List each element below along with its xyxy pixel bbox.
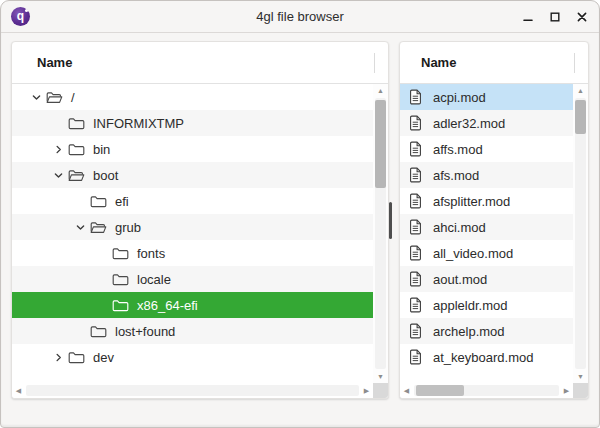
folder-open-icon (90, 221, 107, 234)
file-document-icon (409, 219, 423, 235)
close-icon[interactable] (574, 9, 589, 24)
app-logo-icon: q (11, 7, 30, 26)
chevron-spacer (92, 247, 112, 259)
directory-tree-panel: Name / INFORMIXTMP (11, 41, 389, 399)
list-hscroll-track[interactable] (414, 385, 559, 396)
file-row[interactable]: archelp.mod (400, 318, 573, 344)
scroll-up-icon[interactable]: ▲ (577, 84, 584, 97)
window-title: 4gl file browser (1, 9, 599, 24)
tree-row-label: grub (115, 220, 141, 235)
scroll-left-icon[interactable]: ◀ (400, 384, 413, 397)
folder-open-icon (46, 91, 63, 104)
file-list-panel: Name acpi.mod adler32.mod affs.mod (399, 41, 589, 399)
maximize-icon[interactable] (547, 9, 562, 24)
file-row-label: adler32.mod (433, 116, 505, 131)
tree-row-fonts[interactable]: fonts (12, 240, 373, 266)
list-vertical-scrollbar[interactable]: ▲ ▼ (573, 84, 588, 383)
tree-row-locale[interactable]: locale (12, 266, 373, 292)
scroll-right-icon[interactable]: ▶ (360, 384, 373, 397)
file-row[interactable]: ahci.mod (400, 214, 573, 240)
folder-closed-icon (112, 273, 129, 286)
file-rows: acpi.mod adler32.mod affs.mod afs.mod (400, 84, 573, 383)
scroll-down-icon[interactable]: ▼ (377, 370, 384, 383)
titlebar: q 4gl file browser (1, 1, 599, 33)
tree-row-lost-found[interactable]: lost+found (12, 318, 373, 344)
file-row-selected[interactable]: acpi.mod (400, 84, 573, 110)
tree-hscroll-track[interactable] (26, 385, 359, 396)
file-document-icon (409, 115, 423, 131)
file-row[interactable]: affs.mod (400, 136, 573, 162)
file-document-icon (409, 323, 423, 339)
chevron-spacer (48, 117, 68, 129)
file-document-icon (409, 245, 423, 261)
tree-vscroll-thumb[interactable] (375, 100, 386, 188)
tree-vscroll-track[interactable] (375, 98, 386, 369)
file-row-label: affs.mod (433, 142, 483, 157)
list-column-header[interactable]: Name (400, 42, 588, 84)
chevron-spacer (70, 195, 90, 207)
chevron-spacer (92, 273, 112, 285)
list-hscroll-thumb[interactable] (416, 385, 464, 396)
list-horizontal-scrollbar[interactable]: ◀ ▶ (400, 383, 588, 398)
tree-row-x86-64-efi-selected[interactable]: x86_64-efi (12, 292, 373, 318)
file-row[interactable]: afs.mod (400, 162, 573, 188)
tree-row-label: fonts (137, 246, 165, 261)
tree-vertical-scrollbar[interactable]: ▲ ▼ (373, 84, 388, 383)
tree-row-boot[interactable]: boot (12, 162, 373, 188)
content-area: Name / INFORMIXTMP (1, 34, 599, 427)
list-vscroll-track[interactable] (575, 98, 586, 369)
list-column-header-label: Name (421, 55, 456, 70)
scroll-right-icon[interactable]: ▶ (560, 384, 573, 397)
tree-row-root[interactable]: / (12, 84, 373, 110)
scroll-up-icon[interactable]: ▲ (377, 84, 384, 97)
column-divider (574, 53, 575, 73)
chevron-right-icon[interactable] (48, 351, 68, 363)
file-document-icon (409, 193, 423, 209)
tree-row-grub[interactable]: grub (12, 214, 373, 240)
chevron-spacer (70, 325, 90, 337)
file-row[interactable]: aout.mod (400, 266, 573, 292)
tree-row-informixtmp[interactable]: INFORMIXTMP (12, 110, 373, 136)
scroll-left-icon[interactable]: ◀ (12, 384, 25, 397)
file-row-label: archelp.mod (433, 324, 505, 339)
minimize-icon[interactable] (520, 9, 535, 24)
file-document-icon (409, 167, 423, 183)
tree-rows: / INFORMIXTMP bin bo (12, 84, 373, 383)
chevron-down-icon[interactable] (26, 91, 46, 103)
file-document-icon (409, 141, 423, 157)
chevron-down-icon[interactable] (70, 221, 90, 233)
file-row[interactable]: all_video.mod (400, 240, 573, 266)
scroll-down-icon[interactable]: ▼ (577, 370, 584, 383)
folder-closed-icon (68, 143, 85, 156)
file-row-label: appleldr.mod (433, 298, 507, 313)
tree-row-efi[interactable]: efi (12, 188, 373, 214)
file-row-label: at_keyboard.mod (433, 350, 533, 365)
tree-row-dev[interactable]: dev (12, 344, 373, 370)
tree-row-label: bin (93, 142, 110, 157)
chevron-right-icon[interactable] (48, 143, 68, 155)
file-row-label: all_video.mod (433, 246, 513, 261)
chevron-down-icon[interactable] (48, 169, 68, 181)
folder-closed-icon (90, 325, 107, 338)
app-logo-dot (25, 9, 28, 12)
scrollbar-corner (373, 383, 388, 398)
tree-column-header[interactable]: Name (12, 42, 388, 84)
folder-closed-icon (68, 117, 85, 130)
file-row[interactable]: appleldr.mod (400, 292, 573, 318)
file-row-label: acpi.mod (433, 90, 486, 105)
file-document-icon (409, 349, 423, 365)
tree-row-label: dev (93, 350, 114, 365)
folder-open-icon (68, 169, 85, 182)
file-row[interactable]: afsplitter.mod (400, 188, 573, 214)
tree-row-label: lost+found (115, 324, 175, 339)
tree-row-bin[interactable]: bin (12, 136, 373, 162)
tree-horizontal-scrollbar[interactable]: ◀ ▶ (12, 383, 388, 398)
list-vscroll-thumb[interactable] (575, 100, 586, 134)
tree-row-label: boot (93, 168, 118, 183)
tree-row-label: locale (137, 272, 171, 287)
panel-splitter-handle[interactable] (389, 202, 392, 239)
file-row[interactable]: adler32.mod (400, 110, 573, 136)
tree-column-header-label: Name (37, 55, 72, 70)
column-divider (374, 53, 375, 73)
file-row[interactable]: at_keyboard.mod (400, 344, 573, 370)
